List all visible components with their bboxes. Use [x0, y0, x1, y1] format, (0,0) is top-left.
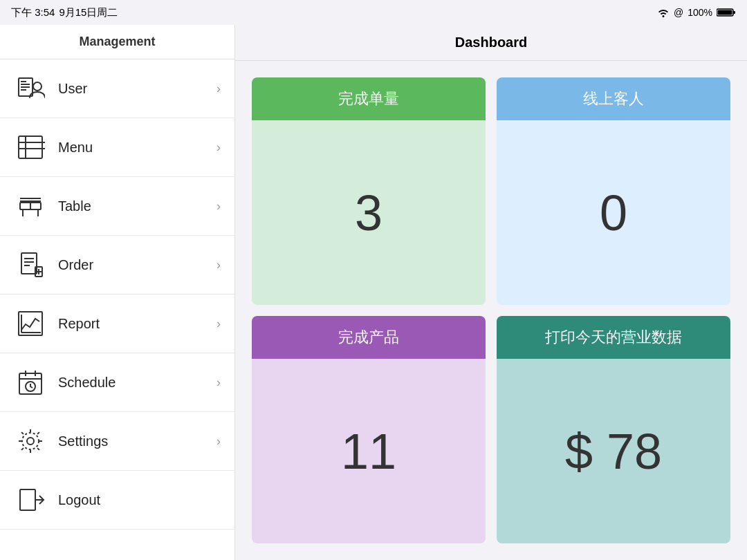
svg-rect-2: [718, 10, 732, 15]
card-online-customers-value: 0: [497, 120, 730, 305]
status-bar: 下午 3:54 9月15日周二 @ 100%: [0, 0, 747, 25]
schedule-icon: [14, 366, 47, 399]
svg-rect-1: [733, 11, 735, 14]
sidebar-label-settings: Settings: [58, 433, 216, 449]
battery-icon: [717, 8, 736, 17]
sidebar-label-order: Order: [58, 257, 216, 273]
chevron-icon-order: ›: [216, 258, 221, 272]
dashboard-title: Dashboard: [235, 25, 747, 61]
sidebar-item-menu[interactable]: Menu ›: [0, 118, 234, 177]
user-icon: [14, 72, 47, 105]
status-date: 9月15日周二: [59, 6, 118, 19]
sidebar-label-user: User: [58, 81, 216, 97]
status-bar-left: 下午 3:54 9月15日周二: [11, 6, 118, 19]
chevron-icon-table: ›: [216, 199, 221, 214]
svg-rect-27: [19, 312, 42, 335]
card-online-customers[interactable]: 线上客人 0: [497, 77, 730, 305]
chevron-icon-settings: ›: [216, 434, 221, 449]
card-completed-products-header: 完成产品: [252, 316, 486, 359]
status-bar-right: @ 100%: [657, 7, 736, 18]
svg-rect-20: [21, 253, 37, 274]
sidebar-item-table[interactable]: Table ›: [0, 177, 234, 236]
svg-point-35: [27, 438, 34, 445]
card-completed-products-value: 11: [252, 359, 486, 543]
sidebar-item-settings[interactable]: Settings ›: [0, 412, 234, 471]
settings-icon: [14, 424, 47, 458]
svg-rect-37: [20, 489, 35, 510]
svg-rect-9: [19, 136, 42, 158]
content-area: Dashboard 完成单量 3 线上客人 0 完成产品 11 打印今天的营业数…: [235, 25, 747, 560]
card-print-sales-header: 打印今天的营业数据: [497, 316, 730, 359]
chevron-icon-menu: ›: [216, 140, 221, 155]
dashboard-grid: 完成单量 3 线上客人 0 完成产品 11 打印今天的营业数据 $ 78: [235, 61, 747, 560]
sidebar-label-schedule: Schedule: [58, 375, 216, 391]
sidebar-label-report: Report: [58, 316, 216, 332]
sidebar-item-logout[interactable]: Logout: [0, 471, 234, 530]
chevron-icon-user: ›: [216, 82, 221, 96]
card-print-sales[interactable]: 打印今天的营业数据 $ 78: [497, 316, 730, 543]
svg-point-8: [33, 82, 42, 91]
sidebar: Management User ›: [0, 25, 235, 560]
sidebar-item-report[interactable]: Report ›: [0, 295, 234, 353]
chevron-icon-report: ›: [216, 317, 221, 331]
card-online-customers-header: 线上客人: [497, 77, 730, 120]
sidebar-label-logout: Logout: [58, 492, 221, 508]
card-print-sales-value: $ 78: [497, 359, 730, 543]
wifi-icon: [657, 8, 670, 17]
logout-icon: [14, 483, 47, 516]
card-completed-orders-value: 3: [252, 120, 486, 305]
report-icon: [14, 307, 47, 340]
battery-text: 100%: [688, 7, 712, 18]
signal-icon: @: [674, 7, 683, 18]
svg-point-36: [22, 433, 39, 449]
sidebar-label-table: Table: [58, 198, 216, 214]
sidebar-item-schedule[interactable]: Schedule ›: [0, 353, 234, 412]
sidebar-item-order[interactable]: Order ›: [0, 236, 234, 295]
status-time: 下午 3:54: [11, 6, 55, 19]
menu-icon: [14, 131, 47, 164]
table-icon: [14, 189, 47, 223]
order-icon: [14, 248, 47, 281]
card-completed-products[interactable]: 完成产品 11: [252, 316, 486, 543]
card-completed-orders-header: 完成单量: [252, 77, 486, 120]
sidebar-item-user[interactable]: User ›: [0, 59, 234, 118]
card-completed-orders[interactable]: 完成单量 3: [252, 77, 486, 305]
sidebar-header: Management: [0, 25, 234, 59]
main-layout: Management User ›: [0, 25, 747, 560]
chevron-icon-schedule: ›: [216, 375, 221, 390]
sidebar-label-menu: Menu: [58, 140, 216, 156]
